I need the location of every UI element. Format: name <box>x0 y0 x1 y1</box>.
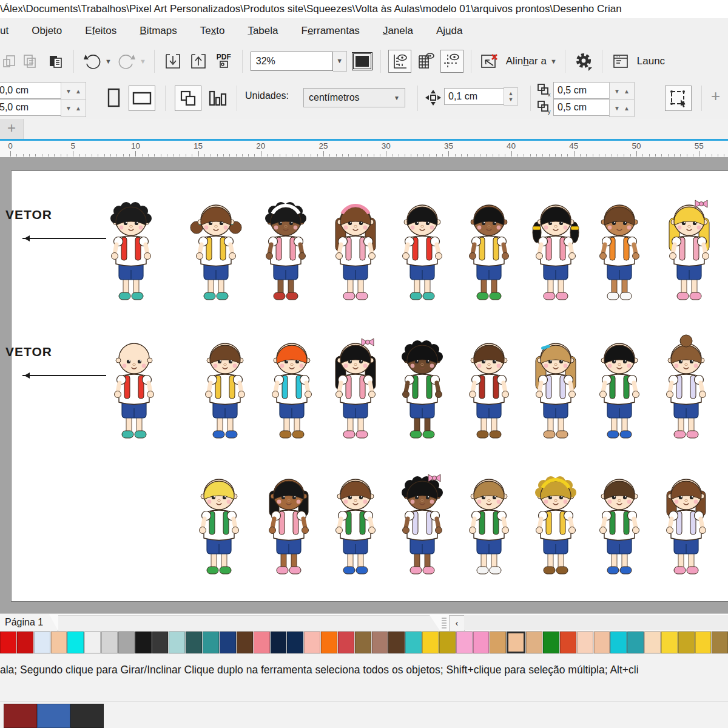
menu-item-janela[interactable]: Janela <box>383 25 413 37</box>
clipart-kid[interactable] <box>453 468 525 589</box>
zoom-dropdown-icon[interactable]: ▼ <box>333 51 347 72</box>
clipart-kid[interactable] <box>519 332 592 453</box>
redo-button[interactable] <box>116 50 138 72</box>
vetor-arrow[interactable] <box>22 238 106 239</box>
palette-swatch[interactable] <box>422 632 439 653</box>
clipart-kid[interactable] <box>650 332 723 453</box>
page-tab[interactable]: Página 1 <box>0 614 58 631</box>
duplicate-distance-y-field[interactable]: 0,5 cm <box>553 99 616 116</box>
palette-swatch[interactable] <box>372 632 388 653</box>
clipart-kid[interactable] <box>519 194 592 315</box>
menu-item-tabela[interactable]: Tabela <box>248 25 278 37</box>
clipart-kid[interactable] <box>189 332 261 453</box>
palette-swatch[interactable] <box>543 632 559 653</box>
clipart-kid[interactable] <box>180 194 252 315</box>
palette-swatch[interactable] <box>526 632 542 653</box>
clipart-kid[interactable] <box>386 468 459 589</box>
drawing-canvas[interactable]: VETORVETOR <box>0 157 728 613</box>
horizontal-scrollbar[interactable] <box>464 615 728 630</box>
clipart-kid[interactable] <box>386 332 459 453</box>
nudge-spinner[interactable]: ▲▼ <box>504 87 518 106</box>
menu-item-objeto[interactable]: Objeto <box>32 25 62 37</box>
palette-swatch[interactable] <box>627 632 644 653</box>
palette-swatch[interactable] <box>304 632 320 653</box>
clipart-kid[interactable] <box>95 194 167 315</box>
palette-swatch[interactable] <box>321 632 337 653</box>
palette-swatch[interactable] <box>644 632 661 653</box>
zoom-level-value[interactable]: 32% <box>251 52 333 71</box>
page-height-spinner[interactable]: ▼▲ <box>61 99 86 117</box>
align-dropdown-icon[interactable]: ▼ <box>550 58 557 65</box>
palette-swatch[interactable] <box>118 632 135 653</box>
horizontal-ruler[interactable]: 0510152025303540455055 <box>0 141 728 157</box>
page[interactable]: VETORVETOR <box>11 170 728 602</box>
align-to-label[interactable]: Alinhar a <box>506 55 547 67</box>
menu-item-ut[interactable]: ut <box>0 25 8 37</box>
clipart-kid[interactable] <box>653 194 726 315</box>
treat-as-filled-button[interactable] <box>665 86 692 111</box>
palette-swatch[interactable] <box>0 632 16 653</box>
palette-swatch[interactable] <box>186 632 202 653</box>
guidelines-toggle[interactable] <box>440 50 463 73</box>
undo-dropdown-icon[interactable]: ▼ <box>105 58 112 65</box>
new-dock-tab-button[interactable]: + <box>0 119 24 139</box>
clipart-kid[interactable] <box>319 332 392 453</box>
clipart-kid[interactable] <box>519 468 592 589</box>
paste-special-icon[interactable] <box>2 50 15 72</box>
add-toolbar-plus-icon[interactable]: + <box>711 87 720 106</box>
clipart-kid[interactable] <box>453 194 525 315</box>
launcher-icon[interactable] <box>610 50 632 72</box>
palette-swatch[interactable] <box>577 632 593 653</box>
palette-swatch[interactable] <box>456 632 473 653</box>
palette-swatch[interactable] <box>388 632 405 653</box>
menu-item-texto[interactable]: Texto <box>200 25 225 37</box>
palette-swatch[interactable] <box>338 632 354 653</box>
palette-swatch[interactable] <box>560 632 576 653</box>
units-combobox[interactable]: centímetros ▼ <box>303 88 405 107</box>
export-button[interactable] <box>187 50 209 72</box>
clipart-kid[interactable] <box>319 468 392 589</box>
fit-page-button[interactable] <box>356 56 369 67</box>
clipart-kid[interactable] <box>252 468 325 589</box>
nudge-distance-field[interactable]: 0,1 cm <box>444 88 506 105</box>
options-gear-icon[interactable] <box>573 50 595 72</box>
clipart-kid[interactable] <box>98 332 170 453</box>
palette-swatch[interactable] <box>439 632 456 653</box>
palette-swatch[interactable] <box>254 632 270 653</box>
palette-swatch[interactable] <box>678 632 695 653</box>
palette-swatch[interactable] <box>17 632 33 653</box>
splitter-grip[interactable] <box>442 617 447 629</box>
palette-swatch[interactable] <box>287 632 303 653</box>
vetor-label[interactable]: VETOR <box>5 207 52 222</box>
grid-toggle[interactable] <box>415 50 437 72</box>
palette-swatch[interactable] <box>712 632 728 653</box>
palette-swatch[interactable] <box>695 632 712 653</box>
clipart-kid[interactable] <box>183 468 255 589</box>
palette-swatch[interactable] <box>490 632 506 653</box>
page-width-field[interactable]: 0,0 cm <box>0 82 64 99</box>
page-width-spinner[interactable]: ▼▲ <box>61 82 86 100</box>
clipart-kid[interactable] <box>255 332 328 453</box>
snap-off-button[interactable] <box>479 50 500 72</box>
rulers-toggle[interactable] <box>388 50 411 73</box>
page-height-field[interactable]: 5,0 cm <box>0 99 64 116</box>
clipart-kid[interactable] <box>319 194 392 315</box>
vetor-label[interactable]: VETOR <box>5 345 52 359</box>
doc-palette-swatch[interactable] <box>37 704 70 728</box>
publish-pdf-button[interactable]: PDF <box>213 50 235 72</box>
palette-swatch[interactable] <box>169 632 185 653</box>
palette-swatch[interactable] <box>473 632 490 653</box>
menu-item-ferramentas[interactable]: Ferramentas <box>301 25 359 37</box>
palette-swatch[interactable] <box>67 632 84 653</box>
clipart-kid[interactable] <box>650 468 723 589</box>
palette-swatch[interactable] <box>507 632 525 653</box>
redo-dropdown-icon[interactable]: ▼ <box>140 58 146 65</box>
import-button[interactable] <box>162 50 184 72</box>
page-dimensions-icon[interactable] <box>207 89 228 110</box>
palette-swatch[interactable] <box>101 632 118 653</box>
launcher-label[interactable]: Launc <box>637 55 665 67</box>
doc-palette-swatch[interactable] <box>70 704 104 728</box>
undo-button[interactable] <box>81 50 103 72</box>
palette-swatch[interactable] <box>84 632 101 653</box>
duplicate-distance-x-field[interactable]: 0,5 cm <box>553 82 616 99</box>
